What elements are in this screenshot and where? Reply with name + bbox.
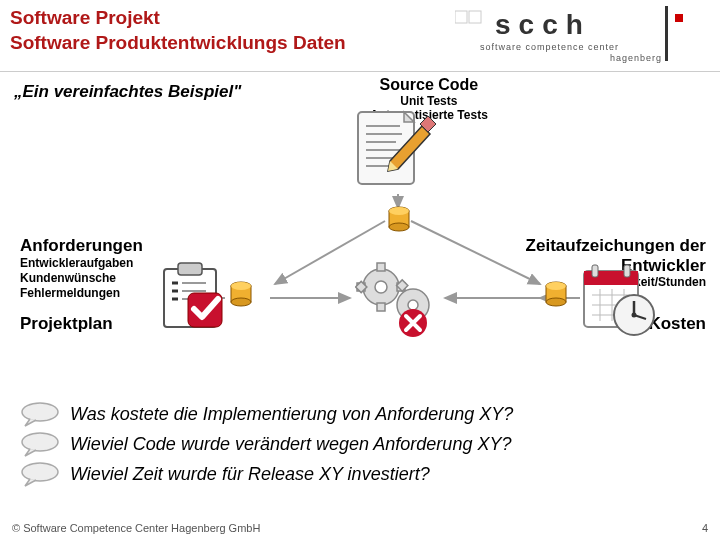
speech-bubble-icon xyxy=(20,401,62,427)
database-icon-left xyxy=(230,281,252,311)
scch-logo: scch software competence center hagenber… xyxy=(455,6,705,66)
svg-point-42 xyxy=(408,300,418,310)
page-number: 4 xyxy=(702,522,708,534)
svg-point-34 xyxy=(375,281,387,293)
subtitle: „Ein vereinfachtes Beispiel" xyxy=(0,72,720,106)
svg-point-68 xyxy=(22,433,58,451)
diagram-area: Source Code Unit Tests Automatisierte Te… xyxy=(0,106,720,391)
question-text: Wieviel Zeit wurde für Release XY invest… xyxy=(70,464,430,485)
svg-rect-2 xyxy=(675,14,683,22)
question-row: Wieviel Zeit wurde für Release XY invest… xyxy=(0,459,720,489)
svg-point-23 xyxy=(389,223,409,231)
svg-point-67 xyxy=(22,403,58,421)
calendar-clock-icon xyxy=(580,261,660,345)
title-line-1: Software Projekt xyxy=(10,7,160,28)
source-title: Source Code xyxy=(370,76,488,94)
svg-point-28 xyxy=(231,282,251,290)
svg-point-27 xyxy=(231,298,251,306)
svg-rect-45 xyxy=(178,263,202,275)
svg-rect-36 xyxy=(377,303,385,311)
svg-rect-56 xyxy=(624,265,630,277)
svg-rect-1 xyxy=(665,6,668,61)
copyright-text: © Software Competence Center Hagenberg G… xyxy=(12,522,260,534)
speech-bubble-icon xyxy=(20,431,62,457)
requirements-block: Anforderungen Entwickleraufgaben Kundenw… xyxy=(20,236,143,301)
slide-footer: © Software Competence Center Hagenberg G… xyxy=(12,522,708,534)
svg-text:scch: scch xyxy=(495,9,591,40)
svg-rect-6 xyxy=(469,11,481,23)
svg-text:hagenberg: hagenberg xyxy=(610,53,662,63)
project-plan-label: Projektplan xyxy=(20,314,113,334)
svg-rect-5 xyxy=(455,11,467,23)
svg-point-24 xyxy=(389,207,409,215)
slide-header: Software Projekt Software Produktentwick… xyxy=(0,0,720,72)
logo-block: scch software competence center hagenber… xyxy=(440,0,720,71)
checklist-icon xyxy=(160,261,232,337)
question-text: Was kostete die Implementierung von Anfo… xyxy=(70,404,513,425)
question-text: Wieviel Code wurde verändert wegen Anfor… xyxy=(70,434,511,455)
requirements-line1: Entwickleraufgaben xyxy=(20,256,143,271)
title-block: Software Projekt Software Produktentwick… xyxy=(0,0,440,71)
database-icon-top xyxy=(388,206,410,236)
svg-point-69 xyxy=(22,463,58,481)
question-row: Was kostete die Implementierung von Anfo… xyxy=(0,399,720,429)
questions-block: Was kostete die Implementierung von Anfo… xyxy=(0,391,720,489)
svg-rect-35 xyxy=(377,263,385,271)
time-title-1: Zeitaufzeichungen der xyxy=(526,236,706,255)
svg-point-66 xyxy=(632,313,637,318)
speech-bubble-icon xyxy=(20,461,62,487)
svg-point-31 xyxy=(546,298,566,306)
gears-error-icon xyxy=(355,261,445,345)
svg-text:software competence center: software competence center xyxy=(480,42,619,52)
requirements-line3: Fehlermeldungen xyxy=(20,286,143,301)
requirements-line2: Kundenwünsche xyxy=(20,271,143,286)
question-row: Wieviel Code wurde verändert wegen Anfor… xyxy=(0,429,720,459)
title-line-2: Software Produktentwicklungs Daten xyxy=(10,32,346,53)
requirements-title: Anforderungen xyxy=(20,236,143,256)
svg-rect-55 xyxy=(592,265,598,277)
